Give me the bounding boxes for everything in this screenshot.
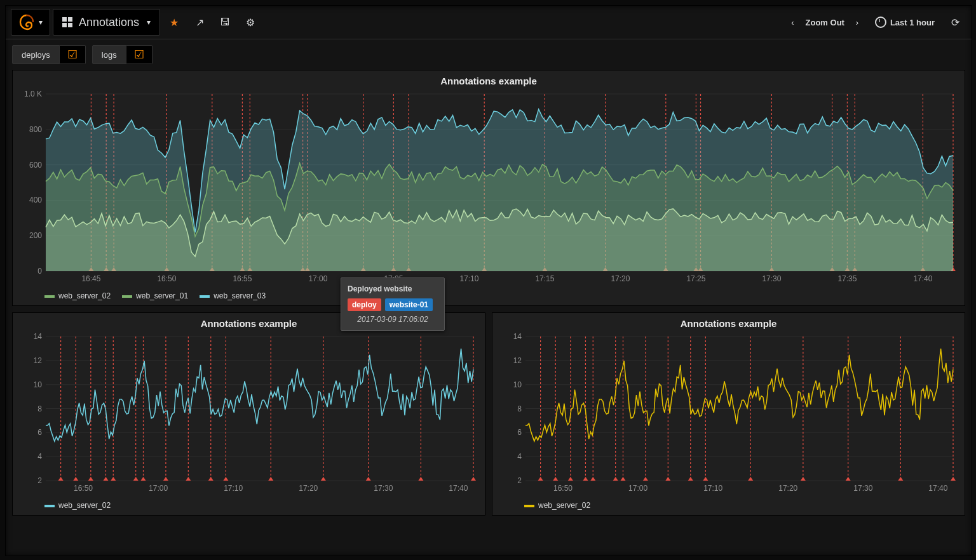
dashboard-grid-icon (62, 17, 72, 27)
svg-text:17:20: 17:20 (611, 274, 630, 283)
svg-text:17:10: 17:10 (703, 484, 722, 493)
svg-text:17:15: 17:15 (535, 274, 554, 283)
panel-bottom-right[interactable]: Annotations example 246810121416:5017:00… (492, 312, 965, 516)
panel-body: 246810121416:5017:0017:1017:2017:3017:40 (13, 330, 485, 497)
svg-text:800: 800 (29, 125, 42, 134)
legend-item[interactable]: web_server_02 (44, 501, 111, 510)
save-icon: 🖫 (220, 17, 230, 28)
svg-text:600: 600 (29, 161, 42, 170)
time-range-label: Last 1 hour (890, 18, 935, 27)
grafana-logo-menu[interactable]: ▾ (11, 9, 50, 36)
chevron-right-icon: › (856, 18, 858, 27)
svg-text:2: 2 (37, 476, 42, 485)
svg-text:2: 2 (517, 476, 522, 485)
svg-text:17:00: 17:00 (308, 274, 327, 283)
svg-text:17:00: 17:00 (628, 484, 647, 493)
checkbox-checked-icon: ☑ (60, 45, 86, 64)
panel-body: 246810121416:5017:0017:1017:2017:3017:40 (492, 330, 965, 497)
legend-item[interactable]: web_server_02 (524, 501, 590, 510)
refresh-button[interactable]: ⟳ (944, 11, 966, 34)
svg-text:16:50: 16:50 (74, 484, 93, 493)
svg-text:8: 8 (517, 404, 522, 413)
svg-text:10: 10 (34, 380, 43, 389)
svg-text:14: 14 (513, 333, 522, 341)
panel-top[interactable]: Annotations example 02004006008001.0 K16… (12, 70, 965, 306)
svg-text:400: 400 (29, 196, 42, 204)
refresh-icon: ⟳ (951, 17, 959, 29)
legend-item[interactable]: web_server_01 (122, 291, 188, 300)
panel-title: Annotations example (492, 313, 965, 330)
dashboard-title: Annotations (79, 16, 139, 29)
svg-text:17:35: 17:35 (837, 274, 857, 283)
settings-button[interactable]: ⚙ (239, 11, 262, 34)
annotation-toggle-deploys[interactable]: deploys ☑ (12, 45, 86, 64)
time-forward-button[interactable]: › (848, 13, 866, 31)
svg-text:4: 4 (517, 452, 522, 461)
time-back-button[interactable]: ‹ (784, 13, 802, 31)
share-icon: ↗ (196, 17, 204, 29)
svg-text:4: 4 (37, 452, 42, 461)
chevron-left-icon: ‹ (791, 18, 794, 27)
annotation-toggle-label: deploys (12, 45, 60, 64)
app-root: ▾ Annotations ▾ ★ ↗ 🖫 ⚙ ‹ Zoom Out › Las… (5, 5, 972, 556)
annotation-tooltip: Deployed website deploy website-01 2017-… (341, 277, 445, 331)
svg-text:0: 0 (37, 267, 42, 276)
svg-text:6: 6 (37, 428, 42, 437)
annotation-toggle-label: logs (92, 45, 126, 64)
time-range-picker[interactable]: Last 1 hour (869, 17, 941, 28)
tooltip-title: Deployed website (348, 283, 438, 295)
save-button[interactable]: 🖫 (214, 11, 236, 34)
clock-icon (875, 17, 886, 28)
svg-text:1.0 K: 1.0 K (24, 90, 42, 98)
chart-bottom-left[interactable]: 246810121416:5017:0017:1017:2017:3017:40 (19, 333, 478, 493)
panel-row-2: Annotations example 246810121416:5017:00… (12, 312, 965, 516)
svg-text:17:25: 17:25 (686, 274, 705, 283)
svg-text:17:20: 17:20 (778, 484, 797, 493)
checkbox-checked-icon: ☑ (126, 45, 152, 64)
panel-legend: web_server_02 web_server_01 web_server_0… (13, 288, 965, 305)
panel-bottom-left[interactable]: Annotations example 246810121416:5017:00… (12, 312, 485, 516)
panel-legend: web_server_02 (13, 497, 485, 515)
svg-text:17:40: 17:40 (913, 274, 932, 283)
svg-text:16:45: 16:45 (81, 274, 100, 283)
topbar: ▾ Annotations ▾ ★ ↗ 🖫 ⚙ ‹ Zoom Out › Las… (6, 6, 972, 39)
svg-text:16:50: 16:50 (157, 274, 176, 283)
panel-body: 02004006008001.0 K16:4516:5016:5517:0017… (13, 88, 965, 288)
tooltip-tag: deploy (348, 298, 381, 311)
legend-item[interactable]: web_server_03 (200, 291, 266, 300)
svg-text:17:40: 17:40 (928, 484, 947, 493)
share-button[interactable]: ↗ (188, 11, 211, 34)
svg-text:16:55: 16:55 (233, 274, 252, 283)
caret-down-icon: ▾ (39, 18, 43, 27)
svg-text:17:40: 17:40 (449, 484, 468, 493)
chart-bottom-right[interactable]: 246810121416:5017:0017:1017:2017:3017:40 (499, 333, 958, 493)
svg-text:17:30: 17:30 (762, 274, 781, 283)
legend-item[interactable]: web_server_02 (44, 291, 111, 300)
svg-text:17:00: 17:00 (149, 484, 168, 493)
svg-text:14: 14 (34, 333, 43, 341)
zoom-out-button[interactable]: Zoom Out (806, 18, 844, 27)
svg-text:8: 8 (37, 404, 42, 413)
svg-text:200: 200 (29, 231, 42, 240)
annotation-toggle-logs[interactable]: logs ☑ (92, 45, 152, 64)
svg-text:17:10: 17:10 (224, 484, 243, 493)
svg-text:12: 12 (34, 356, 43, 365)
tooltip-timestamp: 2017-03-09 17:06:02 (348, 314, 438, 325)
dashboard-picker[interactable]: Annotations ▾ (53, 9, 160, 36)
caret-down-icon: ▾ (147, 18, 151, 27)
annotation-toggle-row: deploys ☑ logs ☑ (6, 39, 972, 70)
time-nav: ‹ Zoom Out › (784, 13, 866, 31)
panels-container: Annotations example 02004006008001.0 K16… (6, 70, 972, 556)
svg-text:6: 6 (517, 428, 522, 437)
svg-text:17:30: 17:30 (374, 484, 393, 493)
gear-icon: ⚙ (246, 17, 255, 29)
svg-text:17:30: 17:30 (853, 484, 872, 493)
grafana-logo-icon (18, 14, 35, 30)
star-button[interactable]: ★ (163, 11, 186, 34)
svg-text:12: 12 (513, 356, 522, 365)
svg-text:17:20: 17:20 (299, 484, 318, 493)
svg-text:16:50: 16:50 (553, 484, 573, 493)
svg-text:10: 10 (513, 380, 522, 389)
panel-legend: web_server_02 (492, 497, 965, 515)
chart-top[interactable]: 02004006008001.0 K16:4516:5016:5517:0017… (19, 90, 958, 284)
